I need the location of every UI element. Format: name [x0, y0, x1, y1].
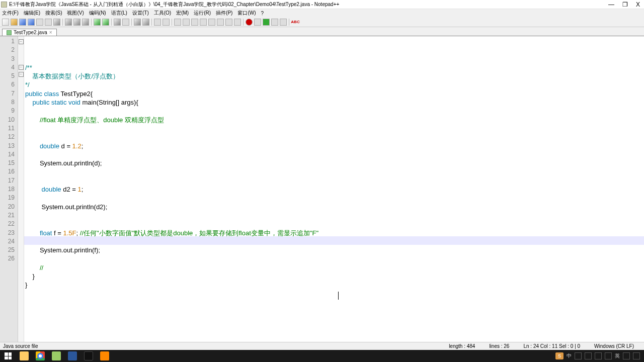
menu-encoding[interactable]: 编码(N) — [89, 10, 106, 17]
separator — [62, 19, 63, 26]
wordwrap-icon[interactable] — [174, 19, 181, 26]
close-file-icon[interactable] — [36, 19, 43, 26]
paste-icon[interactable] — [82, 19, 89, 26]
menu-settings[interactable]: 设置(T) — [132, 10, 149, 17]
toolbar: ABC — [0, 17, 644, 27]
start-button[interactable] — [0, 350, 16, 362]
new-file-icon[interactable] — [2, 19, 9, 26]
monitor-icon[interactable] — [234, 19, 241, 26]
maximize-button[interactable]: ❐ — [622, 1, 628, 8]
macro-record-icon[interactable] — [246, 19, 253, 26]
title-bar: E:\千锋教育Java学院《JavaSE基础 - 从入门到精通（小白版）》\04… — [0, 0, 644, 9]
close-all-icon[interactable] — [45, 19, 52, 26]
replace-icon[interactable] — [122, 19, 129, 26]
status-eol: Windows (CR LF) — [594, 343, 634, 349]
window-title: E:\千锋教育Java学院《JavaSE基础 - 从入门到精通（小白版）》\04… — [9, 1, 608, 8]
taskbar-word[interactable] — [64, 350, 80, 362]
taskbar-notepadpp[interactable] — [48, 350, 64, 362]
taskbar-cmd[interactable] — [80, 350, 97, 362]
close-button[interactable]: X — [636, 1, 640, 8]
code-editor[interactable]: /** 基本数据类型（小数/浮点数）*/public class TestTyp… — [24, 36, 644, 342]
file-type-icon — [7, 30, 12, 35]
copy-icon[interactable] — [73, 19, 80, 26]
find-icon[interactable] — [114, 19, 121, 26]
sync-v-icon[interactable] — [154, 19, 161, 26]
separator — [289, 19, 289, 26]
tab-close-icon[interactable]: × — [49, 30, 52, 35]
open-file-icon[interactable] — [11, 19, 18, 26]
tray-icon[interactable] — [633, 352, 640, 359]
editor-area: 123456789 1011121314151617 1819202122232… — [0, 36, 644, 342]
menu-view[interactable]: 视图(V) — [67, 10, 84, 17]
menu-bar: 文件(F) 编辑(E) 搜索(S) 视图(V) 编码(N) 语言(L) 设置(T… — [0, 9, 644, 17]
undo-icon[interactable] — [94, 19, 101, 26]
docmap-icon[interactable] — [208, 19, 215, 26]
cut-icon[interactable] — [65, 19, 72, 26]
funclist-icon[interactable] — [217, 19, 224, 26]
menu-plugins[interactable]: 插件(P) — [216, 10, 232, 17]
terminal-icon — [84, 351, 93, 360]
menu-macro[interactable]: 宏(M) — [176, 10, 189, 17]
menu-language[interactable]: 语言(L) — [111, 10, 127, 17]
system-tray: S 中 英 — [551, 352, 644, 359]
macro-multi-icon[interactable] — [271, 19, 278, 26]
spellcheck-icon[interactable]: ABC — [291, 19, 299, 25]
allchars-icon[interactable] — [183, 19, 190, 26]
zoom-in-icon[interactable] — [134, 19, 141, 26]
minimize-button[interactable]: — — [608, 1, 614, 8]
folder-icon[interactable] — [225, 19, 232, 26]
speaker-icon[interactable] — [595, 352, 602, 359]
macro-play-icon[interactable] — [263, 19, 270, 26]
menu-edit[interactable]: 编辑(E) — [24, 10, 40, 17]
redo-icon[interactable] — [102, 19, 109, 26]
fold-column: − − − — [18, 36, 24, 342]
taskbar-media[interactable] — [97, 350, 113, 362]
separator — [172, 19, 172, 26]
separator — [111, 19, 112, 26]
tab-bar: TestType2.java × — [0, 27, 644, 36]
taskbar: S 中 英 — [0, 350, 644, 362]
save-all-icon[interactable] — [28, 19, 35, 26]
menu-file[interactable]: 文件(F) — [2, 10, 19, 17]
taskbar-chrome[interactable] — [32, 350, 48, 362]
print-icon[interactable] — [53, 19, 60, 26]
windows-logo-icon — [5, 352, 12, 359]
status-filetype: Java source file — [3, 343, 442, 349]
menu-tools[interactable]: 工具(O) — [154, 10, 171, 17]
line-number-gutter: 123456789 1011121314151617 1819202122232… — [0, 36, 18, 342]
ime-input[interactable]: 英 — [615, 352, 620, 359]
app-icon — [1, 2, 7, 8]
network-icon[interactable] — [605, 352, 612, 359]
chrome-icon — [36, 351, 45, 360]
fold-marker-icon[interactable]: − — [19, 65, 24, 70]
udm-icon[interactable] — [200, 19, 207, 26]
menu-window[interactable]: 窗口(W) — [237, 10, 256, 17]
separator — [91, 19, 92, 26]
fold-marker-icon[interactable]: − — [19, 72, 24, 77]
ime-lang[interactable]: 中 — [567, 352, 572, 359]
menu-search[interactable]: 搜索(S) — [45, 10, 62, 17]
sync-h-icon[interactable] — [163, 19, 170, 26]
separator — [151, 19, 152, 26]
tab-testtype2[interactable]: TestType2.java × — [2, 29, 57, 36]
taskbar-explorer[interactable] — [16, 350, 32, 362]
macro-stop-icon[interactable] — [254, 19, 261, 26]
indent-guide-icon[interactable] — [191, 19, 198, 26]
status-length: length : 484 — [449, 343, 475, 349]
text-cursor — [338, 292, 339, 300]
separator — [243, 19, 244, 26]
separator — [131, 19, 132, 26]
zoom-out-icon[interactable] — [142, 19, 149, 26]
action-center-icon[interactable] — [623, 352, 630, 359]
menu-run[interactable]: 运行(R) — [194, 10, 211, 17]
ime-icon[interactable]: S — [555, 352, 564, 359]
save-icon[interactable] — [19, 19, 26, 26]
folder-icon — [20, 351, 29, 360]
tray-icon[interactable] — [585, 352, 592, 359]
notepadpp-icon — [52, 351, 61, 360]
macro-save-icon[interactable] — [280, 19, 287, 26]
tray-icon[interactable] — [575, 352, 582, 359]
menu-help[interactable]: ? — [261, 11, 264, 16]
status-lines: lines : 26 — [489, 343, 509, 349]
fold-marker-icon[interactable]: − — [19, 39, 24, 44]
